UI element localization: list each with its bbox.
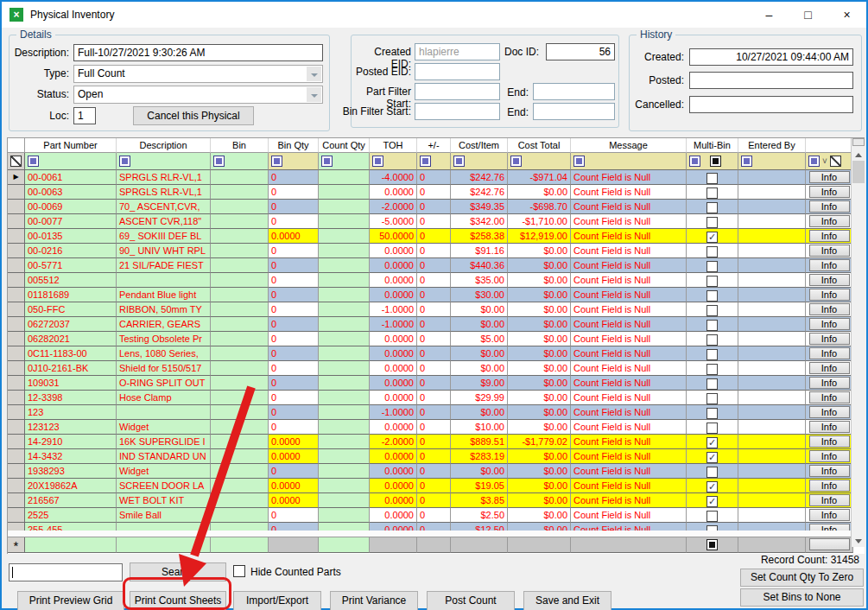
cell-cost_item[interactable]: $0.00	[451, 346, 508, 361]
cell-cost_item[interactable]: $283.19	[451, 449, 508, 464]
new-cell-cost_item[interactable]	[451, 537, 508, 553]
row-header[interactable]	[8, 273, 25, 288]
cell-part[interactable]: 01181689	[25, 288, 117, 302]
set-count-qty-zero-button[interactable]: Set Count Qty To Zero	[740, 569, 864, 587]
column-header-message[interactable]: Message	[571, 138, 687, 153]
multi-bin-checkbox[interactable]	[706, 378, 718, 390]
cell-cost_item[interactable]: $258.38	[451, 229, 508, 244]
cell-multi_bin[interactable]	[687, 464, 738, 479]
cell-toh[interactable]: -1.0000	[370, 405, 417, 420]
cell-delta[interactable]: 0	[417, 332, 451, 346]
cell-cost_total[interactable]: $0.00	[508, 493, 571, 508]
scrollbar-split-box[interactable]	[852, 138, 865, 146]
cell-entered_by[interactable]	[738, 229, 806, 244]
cell-part[interactable]: 216567	[25, 493, 117, 508]
cell-multi_bin[interactable]	[687, 214, 738, 229]
multi-bin-checkbox[interactable]	[706, 408, 718, 419]
filter-cell-count_qty[interactable]	[319, 153, 370, 170]
cell-info[interactable]: Info	[806, 435, 853, 449]
row-header[interactable]	[8, 346, 25, 361]
column-header-cost_item[interactable]: Cost/Item	[451, 138, 508, 153]
cell-bin_qty[interactable]: 0	[269, 376, 319, 391]
info-button[interactable]: Info	[809, 480, 850, 492]
cell-part[interactable]: 109031	[25, 376, 117, 391]
chevron-down-icon[interactable]	[307, 67, 321, 81]
cell-entered_by[interactable]	[738, 508, 806, 523]
cell-info[interactable]: Info	[806, 317, 853, 332]
cell-cost_item[interactable]: $342.00	[451, 214, 508, 229]
cell-bin_qty[interactable]: 0.0000	[269, 229, 319, 244]
multi-bin-checkbox[interactable]: ✓	[706, 437, 718, 448]
cell-count_qty[interactable]	[319, 258, 370, 273]
cell-multi_bin[interactable]	[687, 258, 738, 273]
cell-multi_bin[interactable]	[687, 361, 738, 376]
cell-toh[interactable]: 0.0000	[370, 391, 417, 405]
cell-desc[interactable]: 90_ UNIV WHT RPL	[117, 244, 211, 258]
cell-info[interactable]: Info	[806, 346, 853, 361]
new-cell-cost_total[interactable]	[508, 537, 571, 553]
cell-message[interactable]: Count Field is Null	[571, 479, 687, 493]
cell-entered_by[interactable]	[738, 170, 806, 185]
part-filter-end-field[interactable]	[533, 83, 615, 100]
cell-message[interactable]: Count Field is Null	[571, 346, 687, 361]
new-cell-multi_bin[interactable]	[687, 537, 738, 553]
cell-info[interactable]: Info	[806, 332, 853, 346]
filter-cell-entered_by[interactable]	[738, 153, 806, 170]
cell-message[interactable]: Count Field is Null	[571, 361, 687, 376]
column-header-entered_by[interactable]: Entered By	[738, 138, 806, 153]
multi-bin-checkbox[interactable]	[706, 276, 718, 287]
cell-multi_bin[interactable]	[687, 420, 738, 435]
cell-entered_by[interactable]	[738, 391, 806, 405]
column-header-delta[interactable]: +/-	[417, 138, 451, 153]
cell-desc[interactable]: RIBBON, 50mm TY	[117, 302, 211, 317]
cell-bin[interactable]	[211, 302, 269, 317]
current-row-indicator[interactable]: ▶	[8, 170, 25, 185]
cell-cost_item[interactable]: $0.00	[451, 317, 508, 332]
cell-bin[interactable]	[211, 435, 269, 449]
row-header[interactable]	[8, 288, 25, 302]
cell-cost_item[interactable]: $2.50	[451, 508, 508, 523]
cell-cost_item[interactable]: $0.00	[451, 464, 508, 479]
cell-message[interactable]: Count Field is Null	[571, 288, 687, 302]
cell-bin_qty[interactable]: 0	[269, 317, 319, 332]
cell-delta[interactable]: 0	[417, 391, 451, 405]
search-button[interactable]: Search	[130, 562, 226, 581]
cell-bin_qty[interactable]: 0.0000	[269, 449, 319, 464]
cell-part[interactable]: 06282021	[25, 332, 117, 346]
cell-multi_bin[interactable]	[687, 273, 738, 288]
cell-desc[interactable]: Widget	[117, 464, 211, 479]
cell-bin[interactable]	[211, 479, 269, 493]
cell-cost_total[interactable]: $0.00	[508, 508, 571, 523]
cell-bin[interactable]	[211, 508, 269, 523]
new-cell-info[interactable]	[806, 537, 853, 553]
cell-cost_total[interactable]: $0.00	[508, 317, 571, 332]
info-button[interactable]: Info	[809, 230, 850, 242]
filter-button-icon[interactable]	[119, 156, 130, 167]
history-cancelled-field[interactable]	[689, 96, 853, 113]
filter-cell-bin_qty[interactable]	[269, 153, 319, 170]
new-cell-message[interactable]	[571, 537, 687, 553]
cell-cost_item[interactable]: $3.85	[451, 493, 508, 508]
cell-multi_bin[interactable]	[687, 391, 738, 405]
cell-delta[interactable]: 0	[417, 449, 451, 464]
row-header[interactable]	[8, 214, 25, 229]
cell-entered_by[interactable]	[738, 479, 806, 493]
cell-delta[interactable]: 0	[417, 376, 451, 391]
cell-cost_total[interactable]: $12,919.00	[508, 229, 571, 244]
cell-count_qty[interactable]	[319, 449, 370, 464]
cell-desc[interactable]	[117, 523, 211, 531]
cell-count_qty[interactable]	[319, 479, 370, 493]
cell-message[interactable]: Count Field is Null	[571, 185, 687, 200]
cell-part[interactable]: 20X19862A	[25, 479, 117, 493]
cell-bin[interactable]	[211, 185, 269, 200]
cell-cost_item[interactable]: $242.76	[451, 185, 508, 200]
row-header[interactable]	[8, 479, 25, 493]
cell-bin[interactable]	[211, 200, 269, 214]
cell-bin[interactable]	[211, 170, 269, 185]
multi-bin-checkbox[interactable]	[706, 246, 718, 257]
cell-message[interactable]: Count Field is Null	[571, 493, 687, 508]
cell-count_qty[interactable]	[319, 420, 370, 435]
filter-cell-bin[interactable]	[211, 153, 269, 170]
cell-part[interactable]: 123	[25, 405, 117, 420]
cell-cost_total[interactable]: $0.00	[508, 479, 571, 493]
